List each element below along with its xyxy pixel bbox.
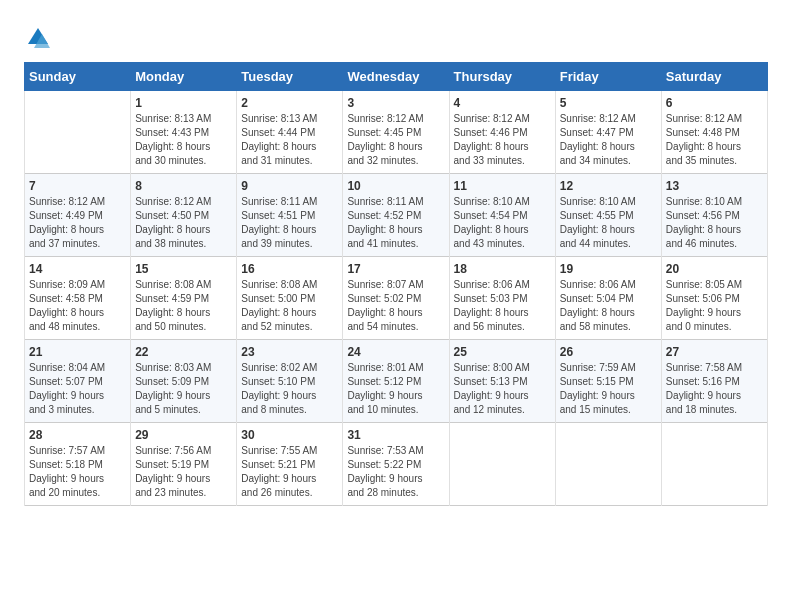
day-number: 10 [347,179,444,193]
calendar-cell: 28Sunrise: 7:57 AM Sunset: 5:18 PM Dayli… [25,423,131,506]
day-content: Sunrise: 8:06 AM Sunset: 5:04 PM Dayligh… [560,278,657,334]
day-number: 11 [454,179,551,193]
day-content: Sunrise: 8:11 AM Sunset: 4:51 PM Dayligh… [241,195,338,251]
day-number: 9 [241,179,338,193]
day-content: Sunrise: 8:12 AM Sunset: 4:46 PM Dayligh… [454,112,551,168]
calendar-cell: 20Sunrise: 8:05 AM Sunset: 5:06 PM Dayli… [661,257,767,340]
day-content: Sunrise: 7:58 AM Sunset: 5:16 PM Dayligh… [666,361,763,417]
calendar-cell: 4Sunrise: 8:12 AM Sunset: 4:46 PM Daylig… [449,91,555,174]
calendar-cell [555,423,661,506]
day-content: Sunrise: 8:00 AM Sunset: 5:13 PM Dayligh… [454,361,551,417]
calendar-cell: 14Sunrise: 8:09 AM Sunset: 4:58 PM Dayli… [25,257,131,340]
header-day: Friday [555,63,661,91]
day-number: 18 [454,262,551,276]
calendar-cell: 26Sunrise: 7:59 AM Sunset: 5:15 PM Dayli… [555,340,661,423]
day-number: 6 [666,96,763,110]
day-number: 29 [135,428,232,442]
day-number: 8 [135,179,232,193]
calendar-cell: 23Sunrise: 8:02 AM Sunset: 5:10 PM Dayli… [237,340,343,423]
day-number: 21 [29,345,126,359]
header-row: SundayMondayTuesdayWednesdayThursdayFrid… [25,63,768,91]
day-number: 23 [241,345,338,359]
day-content: Sunrise: 8:10 AM Sunset: 4:55 PM Dayligh… [560,195,657,251]
calendar-week: 1Sunrise: 8:13 AM Sunset: 4:43 PM Daylig… [25,91,768,174]
calendar-cell: 19Sunrise: 8:06 AM Sunset: 5:04 PM Dayli… [555,257,661,340]
calendar-cell: 15Sunrise: 8:08 AM Sunset: 4:59 PM Dayli… [131,257,237,340]
day-content: Sunrise: 7:53 AM Sunset: 5:22 PM Dayligh… [347,444,444,500]
day-content: Sunrise: 8:12 AM Sunset: 4:47 PM Dayligh… [560,112,657,168]
day-number: 14 [29,262,126,276]
day-number: 3 [347,96,444,110]
logo-icon [24,24,52,52]
day-content: Sunrise: 8:08 AM Sunset: 4:59 PM Dayligh… [135,278,232,334]
calendar-cell: 27Sunrise: 7:58 AM Sunset: 5:16 PM Dayli… [661,340,767,423]
header-day: Wednesday [343,63,449,91]
calendar-cell [661,423,767,506]
calendar-cell [449,423,555,506]
header [24,20,768,52]
calendar-week: 21Sunrise: 8:04 AM Sunset: 5:07 PM Dayli… [25,340,768,423]
day-number: 19 [560,262,657,276]
day-content: Sunrise: 8:05 AM Sunset: 5:06 PM Dayligh… [666,278,763,334]
day-content: Sunrise: 8:01 AM Sunset: 5:12 PM Dayligh… [347,361,444,417]
day-content: Sunrise: 8:12 AM Sunset: 4:49 PM Dayligh… [29,195,126,251]
day-number: 5 [560,96,657,110]
day-content: Sunrise: 8:10 AM Sunset: 4:56 PM Dayligh… [666,195,763,251]
calendar-cell: 11Sunrise: 8:10 AM Sunset: 4:54 PM Dayli… [449,174,555,257]
calendar-cell: 21Sunrise: 8:04 AM Sunset: 5:07 PM Dayli… [25,340,131,423]
calendar-cell: 30Sunrise: 7:55 AM Sunset: 5:21 PM Dayli… [237,423,343,506]
calendar-body: 1Sunrise: 8:13 AM Sunset: 4:43 PM Daylig… [25,91,768,506]
calendar-cell: 13Sunrise: 8:10 AM Sunset: 4:56 PM Dayli… [661,174,767,257]
day-number: 24 [347,345,444,359]
day-content: Sunrise: 7:59 AM Sunset: 5:15 PM Dayligh… [560,361,657,417]
calendar-cell: 24Sunrise: 8:01 AM Sunset: 5:12 PM Dayli… [343,340,449,423]
calendar-cell: 3Sunrise: 8:12 AM Sunset: 4:45 PM Daylig… [343,91,449,174]
day-content: Sunrise: 8:07 AM Sunset: 5:02 PM Dayligh… [347,278,444,334]
day-content: Sunrise: 7:56 AM Sunset: 5:19 PM Dayligh… [135,444,232,500]
day-number: 16 [241,262,338,276]
calendar-cell: 1Sunrise: 8:13 AM Sunset: 4:43 PM Daylig… [131,91,237,174]
day-number: 27 [666,345,763,359]
header-day: Tuesday [237,63,343,91]
calendar-cell: 9Sunrise: 8:11 AM Sunset: 4:51 PM Daylig… [237,174,343,257]
day-content: Sunrise: 7:55 AM Sunset: 5:21 PM Dayligh… [241,444,338,500]
day-content: Sunrise: 8:09 AM Sunset: 4:58 PM Dayligh… [29,278,126,334]
day-content: Sunrise: 8:12 AM Sunset: 4:50 PM Dayligh… [135,195,232,251]
calendar-cell: 2Sunrise: 8:13 AM Sunset: 4:44 PM Daylig… [237,91,343,174]
day-content: Sunrise: 8:11 AM Sunset: 4:52 PM Dayligh… [347,195,444,251]
day-number: 2 [241,96,338,110]
day-number: 20 [666,262,763,276]
calendar-cell: 8Sunrise: 8:12 AM Sunset: 4:50 PM Daylig… [131,174,237,257]
header-day: Monday [131,63,237,91]
day-content: Sunrise: 8:04 AM Sunset: 5:07 PM Dayligh… [29,361,126,417]
day-content: Sunrise: 8:08 AM Sunset: 5:00 PM Dayligh… [241,278,338,334]
day-content: Sunrise: 8:13 AM Sunset: 4:44 PM Dayligh… [241,112,338,168]
day-number: 7 [29,179,126,193]
calendar-cell: 25Sunrise: 8:00 AM Sunset: 5:13 PM Dayli… [449,340,555,423]
header-day: Thursday [449,63,555,91]
day-content: Sunrise: 8:12 AM Sunset: 4:48 PM Dayligh… [666,112,763,168]
calendar-table: SundayMondayTuesdayWednesdayThursdayFrid… [24,62,768,506]
day-content: Sunrise: 7:57 AM Sunset: 5:18 PM Dayligh… [29,444,126,500]
calendar-cell [25,91,131,174]
day-number: 12 [560,179,657,193]
calendar-cell: 12Sunrise: 8:10 AM Sunset: 4:55 PM Dayli… [555,174,661,257]
calendar-week: 7Sunrise: 8:12 AM Sunset: 4:49 PM Daylig… [25,174,768,257]
calendar-cell: 22Sunrise: 8:03 AM Sunset: 5:09 PM Dayli… [131,340,237,423]
header-day: Saturday [661,63,767,91]
header-day: Sunday [25,63,131,91]
logo [24,24,56,52]
day-content: Sunrise: 8:03 AM Sunset: 5:09 PM Dayligh… [135,361,232,417]
calendar-cell: 17Sunrise: 8:07 AM Sunset: 5:02 PM Dayli… [343,257,449,340]
calendar-week: 14Sunrise: 8:09 AM Sunset: 4:58 PM Dayli… [25,257,768,340]
calendar-cell: 16Sunrise: 8:08 AM Sunset: 5:00 PM Dayli… [237,257,343,340]
calendar-cell: 18Sunrise: 8:06 AM Sunset: 5:03 PM Dayli… [449,257,555,340]
day-content: Sunrise: 8:02 AM Sunset: 5:10 PM Dayligh… [241,361,338,417]
calendar-cell: 29Sunrise: 7:56 AM Sunset: 5:19 PM Dayli… [131,423,237,506]
day-number: 26 [560,345,657,359]
day-number: 30 [241,428,338,442]
calendar-header: SundayMondayTuesdayWednesdayThursdayFrid… [25,63,768,91]
day-number: 13 [666,179,763,193]
day-number: 31 [347,428,444,442]
day-content: Sunrise: 8:12 AM Sunset: 4:45 PM Dayligh… [347,112,444,168]
